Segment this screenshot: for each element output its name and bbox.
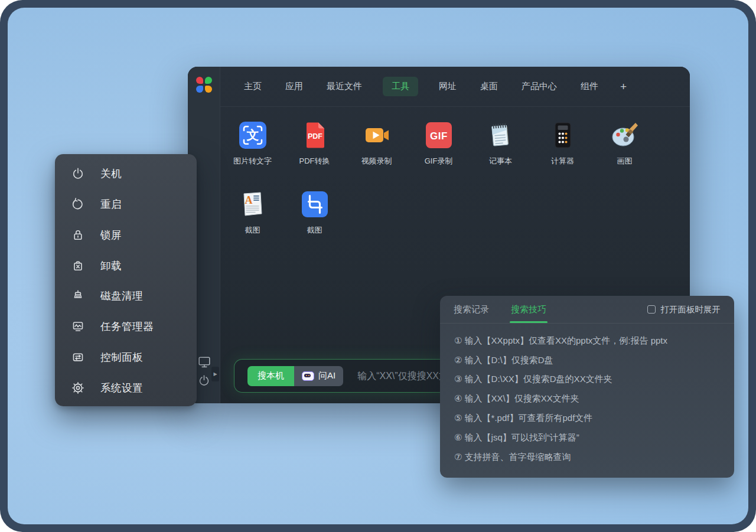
screen-frame: ▶ 主页 应用 最近文件 工具 网址 桌 xyxy=(0,0,756,532)
ai-robot-icon xyxy=(302,371,314,381)
expand-checkbox[interactable] xyxy=(647,305,656,314)
screen: ▶ 主页 应用 最近文件 工具 网址 桌 xyxy=(0,0,756,532)
tool-screenshot-doc[interactable]: A 截图 xyxy=(221,190,284,236)
tool-grid-row-1: 文 图片转文字 PDF xyxy=(221,121,656,167)
menu-item-system-settings[interactable]: 系统设置 xyxy=(55,373,197,403)
tool-pdf-convert[interactable]: PDF PDF转换 xyxy=(284,121,346,167)
video-camera-icon xyxy=(363,121,391,149)
svg-text:GIF: GIF xyxy=(430,130,448,142)
search-mode-switch: 搜本机 问AI xyxy=(247,366,343,386)
tool-screenshot-crop[interactable]: 截图 xyxy=(284,190,346,236)
menu-item-label: 控制面板 xyxy=(100,350,143,364)
restart-icon xyxy=(71,197,85,211)
control-panel-icon xyxy=(71,350,85,364)
tab-product-center[interactable]: 产品中心 xyxy=(519,77,560,96)
wordpad-document-icon: A xyxy=(239,190,267,218)
paint-palette-icon xyxy=(611,121,639,149)
tip-item-4: ④ 输入【XX\】仅搜索XX文件夹 xyxy=(454,389,720,409)
search-local-button[interactable]: 搜本机 xyxy=(247,366,294,386)
menu-item-label: 关机 xyxy=(100,167,122,181)
tool-notepad[interactable]: 记事本 xyxy=(470,121,532,167)
tip-item-5: ⑤ 输入【*.pdf】可查看所有pdf文件 xyxy=(454,409,720,428)
tab-desktop[interactable]: 桌面 xyxy=(477,77,501,96)
tool-label: 截图 xyxy=(307,225,322,236)
pdf-file-icon: PDF xyxy=(301,121,329,149)
uninstall-icon xyxy=(71,259,85,273)
tool-paint[interactable]: 画图 xyxy=(594,121,656,167)
tool-gif-record[interactable]: GIF GIF录制 xyxy=(408,121,470,167)
power-context-menu: 关机 重启 锁屏 xyxy=(55,154,197,406)
tab-apps[interactable]: 应用 xyxy=(282,77,306,96)
tool-image-to-text[interactable]: 文 图片转文字 xyxy=(221,121,284,167)
menu-item-restart[interactable]: 重启 xyxy=(55,189,197,220)
tab-bar: 主页 应用 最近文件 工具 网址 桌面 产品中心 组件 + xyxy=(220,67,690,107)
menu-item-label: 任务管理器 xyxy=(100,319,154,334)
svg-text:文: 文 xyxy=(246,128,259,142)
svg-text:PDF: PDF xyxy=(308,132,322,141)
menu-item-label: 系统设置 xyxy=(100,381,143,395)
ocr-scan-icon: 文 xyxy=(239,121,267,149)
menu-item-disk-cleanup[interactable]: 磁盘清理 xyxy=(55,281,197,312)
menu-item-label: 重启 xyxy=(100,197,122,211)
expand-on-open-option[interactable]: 打开面板时展开 xyxy=(647,296,721,323)
tool-label: PDF转换 xyxy=(299,156,330,167)
menu-item-uninstall[interactable]: 卸载 xyxy=(55,250,197,281)
tip-item-3: ③ 输入【D:\XX】仅搜索D盘的XX文件夹 xyxy=(454,370,720,390)
svg-text:A: A xyxy=(245,194,252,206)
tool-label: 记事本 xyxy=(489,156,512,167)
tab-search-tips[interactable]: 搜索技巧 xyxy=(511,296,546,323)
tip-item-6: ⑥ 输入【jsq】可以找到“计算器” xyxy=(454,428,720,448)
menu-item-lock-screen[interactable]: 锁屏 xyxy=(55,220,197,250)
menu-item-label: 卸载 xyxy=(100,259,122,273)
disk-cleanup-icon xyxy=(71,289,85,303)
tab-search-history[interactable]: 搜索记录 xyxy=(454,296,489,323)
desktop-background: ▶ 主页 应用 最近文件 工具 网址 桌 xyxy=(8,8,748,524)
monitor-icon[interactable] xyxy=(196,354,212,370)
tool-calculator[interactable]: 计算器 xyxy=(532,121,594,167)
app-logo-icon xyxy=(196,77,212,93)
tab-recent-files[interactable]: 最近文件 xyxy=(324,77,365,96)
gif-icon: GIF xyxy=(425,121,453,149)
tool-label: GIF录制 xyxy=(425,156,453,167)
tab-urls[interactable]: 网址 xyxy=(436,77,460,96)
notepad-icon xyxy=(487,121,515,149)
tab-components[interactable]: 组件 xyxy=(578,77,601,96)
add-tab-button[interactable]: + xyxy=(619,78,628,96)
tip-item-2: ② 输入【D:\】仅搜索D盘 xyxy=(454,351,720,370)
crop-icon xyxy=(301,190,329,218)
menu-item-label: 锁屏 xyxy=(100,228,122,242)
expand-checkbox-label: 打开面板时展开 xyxy=(661,304,721,315)
search-tips-panel: 搜索记录 搜索技巧 打开面板时展开 ① 输入【XXpptx】仅查看XX的pptx… xyxy=(440,296,734,478)
settings-gear-icon xyxy=(71,381,85,395)
tips-panel-header: 搜索记录 搜索技巧 打开面板时展开 xyxy=(440,296,734,324)
power-icon xyxy=(71,167,85,181)
calculator-icon xyxy=(549,121,577,149)
tips-list: ① 输入【XXpptx】仅查看XX的pptx文件，例:报告 pptx ② 输入【… xyxy=(440,324,734,467)
tool-video-record[interactable]: 视频录制 xyxy=(346,121,408,167)
lock-icon xyxy=(71,228,85,242)
tool-label: 计算器 xyxy=(551,156,574,167)
tip-item-1: ① 输入【XXpptx】仅查看XX的pptx文件，例:报告 pptx xyxy=(454,331,720,351)
menu-item-task-manager[interactable]: 任务管理器 xyxy=(55,311,197,342)
menu-item-label: 磁盘清理 xyxy=(100,289,143,303)
menu-item-control-panel[interactable]: 控制面板 xyxy=(55,342,197,373)
tool-label: 画图 xyxy=(617,156,633,167)
ask-ai-label: 问AI xyxy=(318,370,335,381)
tool-label: 截图 xyxy=(245,225,260,236)
tab-tools[interactable]: 工具 xyxy=(383,77,418,96)
menu-item-shutdown[interactable]: 关机 xyxy=(55,158,197,189)
expand-arrow-button[interactable]: ▶ xyxy=(211,367,219,381)
tool-grid-row-2: A 截图 xyxy=(221,190,346,236)
tool-label: 图片转文字 xyxy=(233,156,272,167)
power-icon[interactable] xyxy=(196,373,212,389)
tab-home[interactable]: 主页 xyxy=(241,77,265,96)
tool-label: 视频录制 xyxy=(361,156,392,167)
tip-item-7: ⑦ 支持拼音、首字母缩略查询 xyxy=(454,448,720,467)
ask-ai-button[interactable]: 问AI xyxy=(294,366,343,386)
task-manager-icon xyxy=(71,319,85,334)
